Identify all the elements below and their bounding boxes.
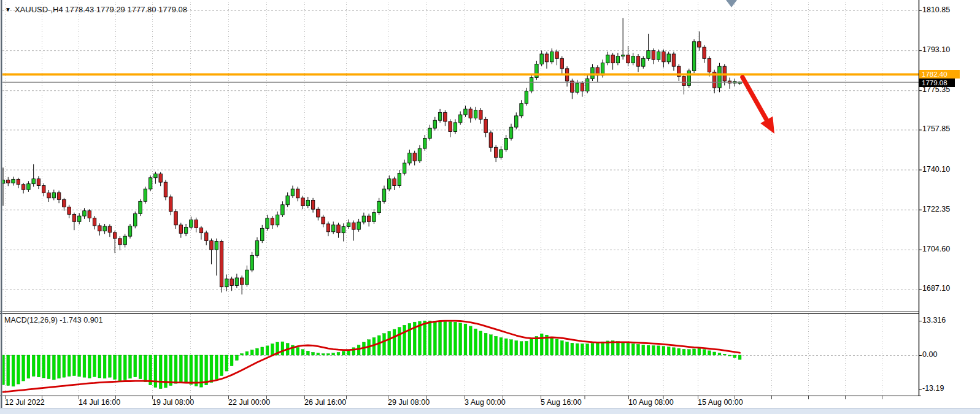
price-tick-label: 1810.85 (922, 6, 950, 14)
symbol-dropdown-icon: ▼ (5, 7, 11, 13)
date-tick-label: 22 Jul 00:00 (228, 398, 270, 407)
macd-tick-label: 13.316 (922, 316, 946, 324)
date-tick-label: 14 Jul 16:00 (79, 398, 120, 407)
price-tick-label: 1775.35 (922, 85, 950, 94)
date-tick-label: 5 Aug 16:00 (541, 398, 582, 407)
window-bottom-strip (0, 408, 980, 414)
chart-title-bar: ▼ XAUUSD-,H4 1778.43 1779.29 1777.80 177… (5, 5, 187, 14)
macd-indicator-label: MACD(12,26,9) -1.743 0.901 (4, 316, 103, 324)
window-left-border-light (2, 0, 2, 408)
price-tick-label: 1793.10 (922, 45, 950, 54)
trading-chart-window: ▼ XAUUSD-,H4 1778.43 1779.29 1777.80 177… (0, 0, 980, 414)
price-tick-label: 1687.10 (922, 284, 950, 293)
price-tick-label: 1740.10 (922, 165, 950, 174)
price-tick-label: 1704.60 (922, 245, 950, 253)
date-tick-label: 15 Aug 00:00 (698, 398, 743, 407)
hline-price-badge: 1782.40 (919, 70, 960, 79)
macd-tick-label: -13.19 (922, 384, 944, 393)
date-tick-label: 29 Jul 08:00 (388, 398, 430, 407)
chart-canvas[interactable] (0, 0, 980, 414)
price-tick-label: 1757.85 (922, 125, 950, 133)
date-tick-label: 10 Aug 08:00 (628, 398, 674, 407)
macd-tick-label: 0.00 (922, 350, 937, 359)
price-tick-label: 1722.35 (922, 205, 950, 213)
chart-title: XAUUSD-,H4 1778.43 1779.29 1777.80 1779.… (15, 5, 187, 14)
date-tick-label: 26 Jul 16:00 (304, 398, 346, 407)
date-tick-label: 3 Aug 00:00 (465, 398, 506, 407)
date-tick-label: 12 Jul 2022 (5, 398, 45, 407)
date-tick-label: 19 Jul 08:00 (152, 398, 194, 407)
